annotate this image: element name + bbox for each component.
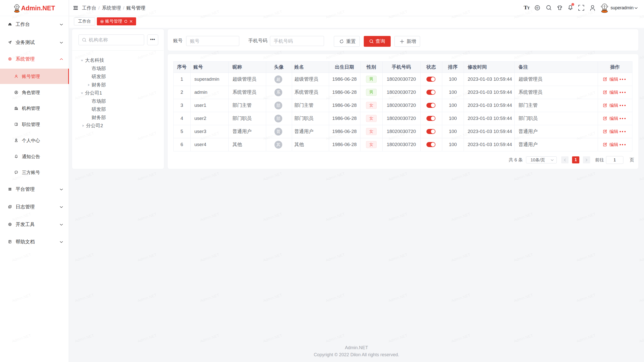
svg-text:中: 中	[536, 6, 539, 10]
